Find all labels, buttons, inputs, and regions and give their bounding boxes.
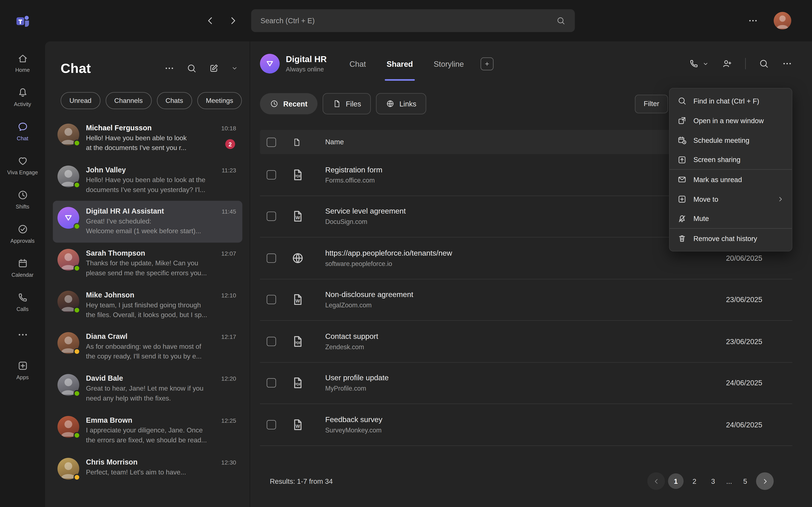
file-name[interactable]: Service level agreement xyxy=(325,207,685,215)
chat-list-item[interactable]: John Valley 11:23 Hello! Have you been a… xyxy=(53,159,242,201)
table-row[interactable]: W Feedback survey SurveyMonkey.com 24/06… xyxy=(260,404,792,446)
row-checkbox[interactable] xyxy=(267,295,276,304)
conversation-preview: Great! I've scheduled: Welcome email (1 … xyxy=(86,217,236,236)
global-search-input[interactable] xyxy=(260,16,551,25)
rail-item-icon xyxy=(17,53,28,64)
file-name[interactable]: https://app.peopleforce.io/tenants/new xyxy=(325,249,685,257)
tab[interactable]: Chat xyxy=(349,41,367,86)
page-number[interactable]: 5 xyxy=(738,473,753,489)
rail-item[interactable]: Apps xyxy=(0,353,45,387)
previous-page-button[interactable] xyxy=(647,472,665,490)
rail-item[interactable]: Approvals xyxy=(0,216,45,250)
context-menu-item[interactable]: Remove chat history xyxy=(670,229,792,248)
table-row[interactable]: PDF User profile update MyProfile.com 24… xyxy=(260,362,792,404)
rail-item[interactable]: Activity xyxy=(0,80,45,114)
file-name[interactable]: User profile update xyxy=(325,374,685,382)
context-menu-item[interactable]: Screen sharing xyxy=(670,150,792,170)
call-button[interactable] xyxy=(689,59,709,69)
recent-button[interactable]: Recent xyxy=(260,93,317,114)
global-search[interactable] xyxy=(251,9,575,32)
rail-item[interactable]: Calendar xyxy=(0,250,45,285)
person-add-icon xyxy=(722,59,732,69)
chat-search-button[interactable] xyxy=(187,63,197,73)
file-source: LegalZoom.com xyxy=(325,302,685,309)
context-menu-item[interactable]: Find in chat (Ctrl + F) xyxy=(670,91,792,111)
context-menu-item[interactable]: Schedule meeting xyxy=(670,130,792,150)
page-number[interactable]: 1 xyxy=(668,473,683,489)
rail-item[interactable]: Calls xyxy=(0,285,45,319)
row-checkbox[interactable] xyxy=(267,337,276,346)
chat-list-item[interactable]: Sarah Thompson 12:07 Thanks for the upda… xyxy=(53,243,242,285)
filter-pill[interactable]: Chats xyxy=(157,92,192,109)
chat-more-options-button[interactable] xyxy=(164,63,174,73)
file-name[interactable]: Feedback survey xyxy=(325,415,685,424)
row-checkbox[interactable] xyxy=(267,170,276,179)
file-name[interactable]: Contact support xyxy=(325,332,685,340)
row-checkbox[interactable] xyxy=(267,212,276,221)
back-button[interactable] xyxy=(204,15,216,26)
chat-list-item[interactable]: Michael Fergusson 10:18 Hello! Have you … xyxy=(53,117,242,159)
table-row[interactable]: PDF Contact support Zendesk.com 23/06/20… xyxy=(260,321,792,362)
chat-list-item[interactable]: Digital HR AI Assistant 11:45 Great! I'v… xyxy=(53,201,242,243)
row-checkbox[interactable] xyxy=(267,253,276,263)
rail-item[interactable]: Viva Engage xyxy=(0,148,45,182)
avatar xyxy=(57,165,79,187)
presence-dot xyxy=(73,181,80,188)
next-page-button[interactable] xyxy=(756,472,774,490)
app-rail: Home Activity Chat Viva Engage xyxy=(0,0,45,507)
context-menu-item[interactable]: Open in a new window xyxy=(670,111,792,130)
chat-list-item[interactable]: Chris Morrison 12:30 Perfect, team! Let'… xyxy=(53,451,242,486)
add-people-button[interactable] xyxy=(722,59,732,69)
more-horizontal-icon xyxy=(748,15,758,26)
find-in-chat-button[interactable] xyxy=(759,59,769,69)
row-checkbox[interactable] xyxy=(267,420,276,429)
filter-pill[interactable]: Unread xyxy=(61,92,100,109)
page-number[interactable]: 2 xyxy=(687,473,702,489)
table-row[interactable]: W Non-disclosure agreement LegalZoom.com… xyxy=(260,279,792,321)
rail-item[interactable]: Shifts xyxy=(0,182,45,216)
file-date: 20/06/2025 xyxy=(685,254,762,262)
page-number[interactable]: 3 xyxy=(705,473,721,489)
topbar-more-button[interactable] xyxy=(748,15,758,26)
context-menu-item[interactable]: Move to xyxy=(670,189,792,209)
tab[interactable]: Shared xyxy=(386,41,414,86)
forward-button[interactable] xyxy=(227,15,239,26)
svg-text:W: W xyxy=(296,215,300,221)
new-chat-button[interactable] xyxy=(209,63,219,73)
unread-badge: 2 xyxy=(225,139,235,149)
select-all-checkbox[interactable] xyxy=(267,137,276,147)
menu-item-label: Find in chat (Ctrl + F) xyxy=(693,97,759,105)
filter-pill[interactable]: Channels xyxy=(105,92,152,109)
chat-expand-button[interactable] xyxy=(231,65,238,72)
links-button[interactable]: Links xyxy=(376,93,426,114)
tab[interactable]: Storyline xyxy=(433,41,465,86)
row-checkbox[interactable] xyxy=(267,378,276,388)
chat-list-item[interactable]: David Bale 12:20 Great to hear, Jane! Le… xyxy=(53,368,242,410)
file-name[interactable]: Registration form xyxy=(325,165,685,174)
rail-item[interactable]: Chat xyxy=(0,114,45,148)
file-date: 23/06/2025 xyxy=(685,337,762,345)
chat-avatar[interactable] xyxy=(260,54,280,73)
chat-list-item[interactable]: Mike Johnson 12:10 Hey team, I just fini… xyxy=(53,284,242,326)
conversation-name: Michael Fergusson xyxy=(86,124,152,132)
filter-button[interactable]: Filter xyxy=(635,95,668,113)
chat-list-item[interactable]: Diana Crawl 12:17 As for onboarding: we … xyxy=(53,326,242,368)
user-avatar[interactable] xyxy=(774,12,791,30)
rail-item[interactable]: Home xyxy=(0,46,45,80)
rail-item-icon xyxy=(17,189,28,201)
chat-options-button[interactable] xyxy=(782,59,792,69)
context-menu-item[interactable]: Mark as unread xyxy=(670,170,792,189)
context-menu-item[interactable]: Mute xyxy=(670,209,792,229)
menu-item-label: Screen sharing xyxy=(693,156,740,164)
file-name[interactable]: Non-disclosure agreement xyxy=(325,290,685,298)
rail-item[interactable] xyxy=(0,319,45,353)
conversation-name: Chris Morrison xyxy=(86,458,138,466)
avatar xyxy=(57,124,79,145)
files-button[interactable]: Files xyxy=(322,93,371,114)
filter-pill[interactable]: Meetings xyxy=(197,92,242,109)
page-number[interactable]: ... xyxy=(724,473,734,489)
add-tab-button[interactable] xyxy=(480,57,493,70)
chat-panel-title: Chat xyxy=(61,60,91,76)
back-icon xyxy=(204,15,216,26)
chat-list-item[interactable]: Emma Brown 12:25 I appreciate your dilig… xyxy=(53,410,242,451)
